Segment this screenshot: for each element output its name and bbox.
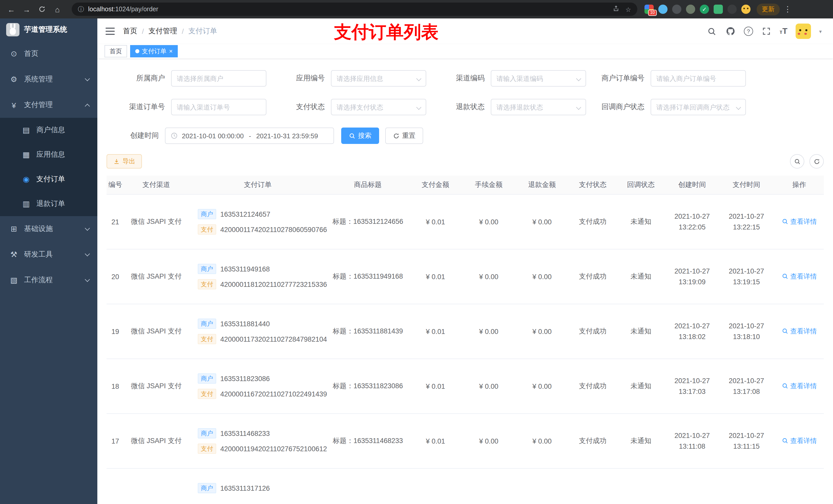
cell-actions: 查看详情 <box>774 414 824 469</box>
cell-id: 21 <box>106 194 124 249</box>
cell-fee-amount: ¥ 0.00 <box>462 304 515 359</box>
chevron-up-icon <box>85 103 90 109</box>
cell-notify-status <box>617 469 665 504</box>
view-detail-link[interactable]: 查看详情 <box>782 382 817 391</box>
merchant-order-line: 商户 1635311823086 <box>198 373 324 385</box>
refund-status-select[interactable] <box>491 99 586 115</box>
view-detail-link[interactable]: 查看详情 <box>782 272 817 281</box>
close-tag-icon[interactable]: × <box>169 48 173 54</box>
refresh-table-button[interactable] <box>809 154 824 169</box>
extension-olive-icon[interactable] <box>686 5 695 14</box>
magnifier-icon <box>782 218 788 225</box>
breadcrumb-payment[interactable]: 支付管理 <box>148 27 177 36</box>
cell-pay-time: 2021-10-27 13:19:15 <box>719 249 774 304</box>
table-row: 17 微信 JSAPI 支付 商户 1635311468233 支付 42000… <box>106 414 824 469</box>
toggle-search-button[interactable] <box>790 154 804 169</box>
sidebar-item-workflow[interactable]: ▧ 工作流程 <box>0 267 97 293</box>
channel-transaction-no: 4200001181202110277723215336 <box>220 281 327 288</box>
channel-order-no-input[interactable] <box>172 99 266 115</box>
github-icon[interactable] <box>725 26 736 37</box>
sidebar-item-app-info[interactable]: ▦ 应用信息 <box>0 142 97 167</box>
export-button[interactable]: 导出 <box>106 154 142 169</box>
pay-status-select[interactable] <box>331 99 426 115</box>
sidebar-item-home[interactable]: ⊙ 首页 <box>0 41 97 67</box>
browser-back-icon[interactable]: ← <box>5 3 18 15</box>
browser-update-button[interactable]: 更新 <box>757 3 780 15</box>
sidebar-item-merchant-info[interactable]: ▤ 商户信息 <box>0 118 97 142</box>
reset-button[interactable]: 重置 <box>385 127 423 144</box>
merchant-badge: 商户 <box>198 483 216 493</box>
browser-forward-icon[interactable]: → <box>21 3 33 15</box>
address-bar[interactable]: ⓘ localhost:1024/pay/order ☆ <box>72 3 637 16</box>
page-annotation: 支付订单列表 <box>334 21 438 44</box>
cell-title: 标题：1635311468233 <box>327 414 409 469</box>
extension-dark-icon[interactable] <box>672 5 681 14</box>
extension-vue-icon[interactable]: ✓ <box>700 5 709 14</box>
merchant-badge: 商户 <box>198 209 216 219</box>
extension-bird-icon[interactable] <box>728 5 737 14</box>
sidebar-item-payment[interactable]: ¥ 支付管理 <box>0 92 97 118</box>
cell-pay-amount <box>409 469 462 504</box>
sidebar-item-dev-tools[interactable]: ⚒ 研发工具 <box>0 242 97 267</box>
app-id-select[interactable] <box>331 71 426 86</box>
cell-notify-status: 未通知 <box>617 194 665 249</box>
sidebar: 芋道管理系统 ⊙ 首页 ⚙ 系统管理 ¥ 支付管理 ▤ 商户信息 <box>0 19 97 504</box>
merchant-order-no: 1635311949168 <box>220 265 270 273</box>
view-detail-link[interactable]: 查看详情 <box>782 436 817 446</box>
sidebar-item-pay-order[interactable]: ◉ 支付订单 <box>0 167 97 192</box>
cell-notify-status: 未通知 <box>617 249 665 304</box>
pay-order-line: 支付 4200001181202110277723215336 <box>198 278 324 290</box>
extension-chat-icon[interactable] <box>714 5 723 14</box>
app-grid-icon: ▦ <box>22 150 31 159</box>
help-icon[interactable]: ? <box>744 27 753 36</box>
merchant-badge: 商户 <box>198 428 216 438</box>
fullscreen-icon[interactable] <box>761 26 771 37</box>
cell-pay-status: 支付成功 <box>569 194 617 249</box>
avatar-caret-icon[interactable]: ▾ <box>819 28 822 34</box>
cell-id: 17 <box>106 414 124 469</box>
tags-view: 首页 支付订单 × <box>97 44 833 58</box>
pay-badge: 支付 <box>198 279 216 289</box>
create-time-range-picker[interactable]: 2021-10-01 00:00:00 - 2021-10-31 23:59:5… <box>165 127 334 144</box>
pay-badge: 支付 <box>198 443 216 454</box>
sidebar-item-system[interactable]: ⚙ 系统管理 <box>0 67 97 92</box>
magnifier-icon <box>782 383 788 389</box>
sidebar-item-infrastructure[interactable]: ⊞ 基础设施 <box>0 216 97 242</box>
sidebar-item-refund-order[interactable]: ▥ 退款订单 <box>0 192 97 216</box>
view-detail-link[interactable]: 查看详情 <box>782 327 817 336</box>
browser-reload-icon[interactable] <box>36 3 48 15</box>
search-button[interactable]: 搜索 <box>341 127 379 144</box>
cell-pay-time: 2021-10-27 13:17:08 <box>719 359 774 414</box>
share-icon[interactable] <box>613 5 619 13</box>
extension-grid-icon[interactable]: 10 <box>644 5 654 14</box>
merchant-select-input[interactable] <box>172 71 266 86</box>
browser-home-icon[interactable]: ⌂ <box>51 3 64 15</box>
user-avatar[interactable] <box>795 24 811 39</box>
merchant-order-no: 1635312124657 <box>220 210 270 218</box>
channel-code-select[interactable] <box>491 71 586 86</box>
bookmark-star-icon[interactable]: ☆ <box>625 5 631 13</box>
filter-row-1: 所属商户 应用编号 渠道编码 商户订单编号 <box>106 70 824 87</box>
notify-status-select[interactable] <box>651 99 745 115</box>
search-icon <box>349 133 356 139</box>
breadcrumb: 首页 / 支付管理 / 支付订单 <box>123 27 217 36</box>
browser-profile-avatar[interactable] <box>741 5 751 14</box>
tag-home[interactable]: 首页 <box>104 45 127 57</box>
collapse-sidebar-icon[interactable] <box>105 28 115 35</box>
cell-channel: 微信 JSAPI 支付 <box>124 304 189 359</box>
cell-fee-amount: ¥ 0.00 <box>462 359 515 414</box>
merchant-order-no-input[interactable] <box>651 71 745 86</box>
table-header-row: 编号 支付渠道 支付订单 商品标题 支付金额 手续金额 退款金额 支付状态 回调… <box>106 176 824 194</box>
browser-menu-icon[interactable]: ⋮ <box>784 5 791 14</box>
extension-blue-icon[interactable] <box>658 5 668 14</box>
view-detail-link[interactable]: 查看详情 <box>782 217 817 226</box>
tag-pay-order[interactable]: 支付订单 × <box>130 45 178 57</box>
search-icon[interactable] <box>707 26 717 37</box>
channel-transaction-no: 4200001167202110271022491439 <box>220 390 327 398</box>
site-info-icon[interactable]: ⓘ <box>78 5 84 14</box>
merchant-order-no: 1635311317126 <box>220 484 270 492</box>
logo-bar: 芋道管理系统 <box>0 19 97 41</box>
font-size-icon[interactable]: тT <box>780 27 787 36</box>
breadcrumb-home[interactable]: 首页 <box>123 27 137 36</box>
cell-actions: 查看详情 <box>774 304 824 359</box>
